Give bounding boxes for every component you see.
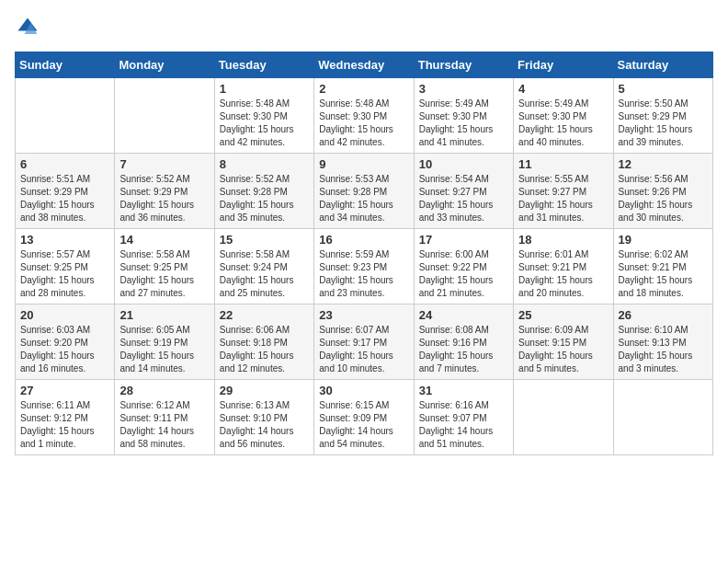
calendar-week-row: 27Sunrise: 6:11 AM Sunset: 9:12 PM Dayli…	[16, 380, 713, 455]
day-number: 15	[220, 233, 309, 247]
calendar-cell: 27Sunrise: 6:11 AM Sunset: 9:12 PM Dayli…	[16, 380, 115, 455]
calendar-week-row: 6Sunrise: 5:51 AM Sunset: 9:29 PM Daylig…	[16, 154, 713, 229]
calendar-cell: 14Sunrise: 5:58 AM Sunset: 9:25 PM Dayli…	[115, 229, 214, 304]
logo-icon	[15, 15, 40, 40]
day-info: Sunrise: 5:52 AM Sunset: 9:28 PM Dayligh…	[220, 173, 309, 224]
day-number: 29	[220, 384, 309, 397]
calendar-cell	[613, 380, 712, 455]
calendar-cell	[115, 78, 214, 154]
calendar-table: SundayMondayTuesdayWednesdayThursdayFrid…	[15, 52, 713, 455]
day-info: Sunrise: 6:13 AM Sunset: 9:10 PM Dayligh…	[220, 399, 309, 451]
calendar-cell: 26Sunrise: 6:10 AM Sunset: 9:13 PM Dayli…	[613, 304, 712, 380]
day-number: 23	[319, 308, 408, 322]
day-number: 5	[619, 82, 708, 96]
day-info: Sunrise: 6:08 AM Sunset: 9:16 PM Dayligh…	[419, 324, 508, 375]
day-info: Sunrise: 6:02 AM Sunset: 9:21 PM Dayligh…	[619, 248, 708, 300]
calendar-week-row: 20Sunrise: 6:03 AM Sunset: 9:20 PM Dayli…	[16, 304, 713, 380]
day-number: 8	[220, 157, 309, 171]
day-info: Sunrise: 6:16 AM Sunset: 9:07 PM Dayligh…	[419, 399, 508, 451]
calendar-cell: 19Sunrise: 6:02 AM Sunset: 9:21 PM Dayli…	[613, 229, 712, 304]
calendar-cell: 16Sunrise: 5:59 AM Sunset: 9:23 PM Dayli…	[314, 229, 414, 304]
calendar-day-header: Tuesday	[214, 52, 313, 78]
calendar-cell: 2Sunrise: 5:48 AM Sunset: 9:30 PM Daylig…	[314, 78, 414, 154]
day-number: 3	[419, 82, 508, 96]
day-info: Sunrise: 6:07 AM Sunset: 9:17 PM Dayligh…	[319, 324, 408, 375]
day-info: Sunrise: 5:58 AM Sunset: 9:24 PM Dayligh…	[220, 248, 309, 300]
day-number: 6	[20, 157, 109, 171]
calendar-header-row: SundayMondayTuesdayWednesdayThursdayFrid…	[16, 52, 713, 78]
calendar-cell: 11Sunrise: 5:55 AM Sunset: 9:27 PM Dayli…	[514, 154, 613, 229]
calendar-cell	[16, 78, 115, 154]
logo	[15, 15, 44, 40]
calendar-cell: 23Sunrise: 6:07 AM Sunset: 9:17 PM Dayli…	[314, 304, 414, 380]
calendar-cell: 7Sunrise: 5:52 AM Sunset: 9:29 PM Daylig…	[115, 154, 214, 229]
day-info: Sunrise: 6:12 AM Sunset: 9:11 PM Dayligh…	[119, 399, 209, 451]
day-number: 11	[518, 157, 608, 171]
calendar-cell: 17Sunrise: 6:00 AM Sunset: 9:22 PM Dayli…	[414, 229, 513, 304]
day-number: 9	[319, 157, 408, 171]
day-info: Sunrise: 5:52 AM Sunset: 9:29 PM Dayligh…	[119, 173, 209, 224]
day-info: Sunrise: 5:54 AM Sunset: 9:27 PM Dayligh…	[419, 173, 508, 224]
day-number: 24	[419, 308, 508, 322]
day-info: Sunrise: 6:10 AM Sunset: 9:13 PM Dayligh…	[619, 324, 708, 375]
day-info: Sunrise: 6:05 AM Sunset: 9:19 PM Dayligh…	[119, 324, 209, 375]
day-info: Sunrise: 5:55 AM Sunset: 9:27 PM Dayligh…	[518, 173, 608, 224]
day-info: Sunrise: 6:09 AM Sunset: 9:15 PM Dayligh…	[518, 324, 608, 375]
day-info: Sunrise: 6:03 AM Sunset: 9:20 PM Dayligh…	[20, 324, 109, 375]
day-number: 4	[518, 82, 608, 96]
calendar-cell: 4Sunrise: 5:49 AM Sunset: 9:30 PM Daylig…	[514, 78, 613, 154]
day-number: 2	[319, 82, 408, 96]
calendar-cell: 8Sunrise: 5:52 AM Sunset: 9:28 PM Daylig…	[214, 154, 313, 229]
day-info: Sunrise: 5:49 AM Sunset: 9:30 PM Dayligh…	[419, 98, 508, 149]
calendar-cell: 24Sunrise: 6:08 AM Sunset: 9:16 PM Dayli…	[414, 304, 513, 380]
calendar-cell: 18Sunrise: 6:01 AM Sunset: 9:21 PM Dayli…	[514, 229, 613, 304]
day-number: 21	[119, 308, 209, 322]
day-number: 30	[319, 384, 408, 397]
day-info: Sunrise: 5:48 AM Sunset: 9:30 PM Dayligh…	[220, 98, 309, 149]
day-info: Sunrise: 5:48 AM Sunset: 9:30 PM Dayligh…	[319, 98, 408, 149]
day-number: 25	[518, 308, 608, 322]
day-number: 1	[220, 82, 309, 96]
day-number: 12	[619, 157, 708, 171]
day-number: 31	[419, 384, 508, 397]
day-number: 19	[619, 233, 708, 247]
calendar-cell: 6Sunrise: 5:51 AM Sunset: 9:29 PM Daylig…	[16, 154, 115, 229]
calendar-day-header: Sunday	[16, 52, 115, 78]
day-number: 22	[220, 308, 309, 322]
calendar-cell: 25Sunrise: 6:09 AM Sunset: 9:15 PM Dayli…	[514, 304, 613, 380]
calendar-cell: 29Sunrise: 6:13 AM Sunset: 9:10 PM Dayli…	[214, 380, 313, 455]
calendar-day-header: Saturday	[613, 52, 712, 78]
day-number: 16	[319, 233, 408, 247]
calendar-cell: 31Sunrise: 6:16 AM Sunset: 9:07 PM Dayli…	[414, 380, 513, 455]
day-info: Sunrise: 5:56 AM Sunset: 9:26 PM Dayligh…	[619, 173, 708, 224]
day-info: Sunrise: 6:01 AM Sunset: 9:21 PM Dayligh…	[518, 248, 608, 300]
day-number: 14	[119, 233, 209, 247]
calendar-cell: 5Sunrise: 5:50 AM Sunset: 9:29 PM Daylig…	[613, 78, 712, 154]
day-info: Sunrise: 5:59 AM Sunset: 9:23 PM Dayligh…	[319, 248, 408, 300]
calendar-cell: 1Sunrise: 5:48 AM Sunset: 9:30 PM Daylig…	[214, 78, 313, 154]
day-number: 18	[518, 233, 608, 247]
day-info: Sunrise: 5:49 AM Sunset: 9:30 PM Dayligh…	[518, 98, 608, 149]
day-number: 13	[20, 233, 109, 247]
calendar-day-header: Thursday	[414, 52, 513, 78]
day-info: Sunrise: 6:00 AM Sunset: 9:22 PM Dayligh…	[419, 248, 508, 300]
day-number: 26	[619, 308, 708, 322]
calendar-week-row: 13Sunrise: 5:57 AM Sunset: 9:25 PM Dayli…	[16, 229, 713, 304]
calendar-day-header: Wednesday	[314, 52, 414, 78]
day-info: Sunrise: 5:57 AM Sunset: 9:25 PM Dayligh…	[20, 248, 109, 300]
day-number: 28	[119, 384, 209, 397]
day-info: Sunrise: 5:51 AM Sunset: 9:29 PM Dayligh…	[20, 173, 109, 224]
day-number: 7	[119, 157, 209, 171]
calendar-cell	[514, 380, 613, 455]
day-number: 20	[20, 308, 109, 322]
calendar-cell: 9Sunrise: 5:53 AM Sunset: 9:28 PM Daylig…	[314, 154, 414, 229]
calendar-cell: 30Sunrise: 6:15 AM Sunset: 9:09 PM Dayli…	[314, 380, 414, 455]
calendar-cell: 28Sunrise: 6:12 AM Sunset: 9:11 PM Dayli…	[115, 380, 214, 455]
day-info: Sunrise: 6:11 AM Sunset: 9:12 PM Dayligh…	[20, 399, 109, 451]
day-number: 10	[419, 157, 508, 171]
calendar-cell: 15Sunrise: 5:58 AM Sunset: 9:24 PM Dayli…	[214, 229, 313, 304]
day-info: Sunrise: 5:50 AM Sunset: 9:29 PM Dayligh…	[619, 98, 708, 149]
calendar-day-header: Friday	[514, 52, 613, 78]
day-info: Sunrise: 5:58 AM Sunset: 9:25 PM Dayligh…	[119, 248, 209, 300]
day-info: Sunrise: 6:15 AM Sunset: 9:09 PM Dayligh…	[319, 399, 408, 451]
